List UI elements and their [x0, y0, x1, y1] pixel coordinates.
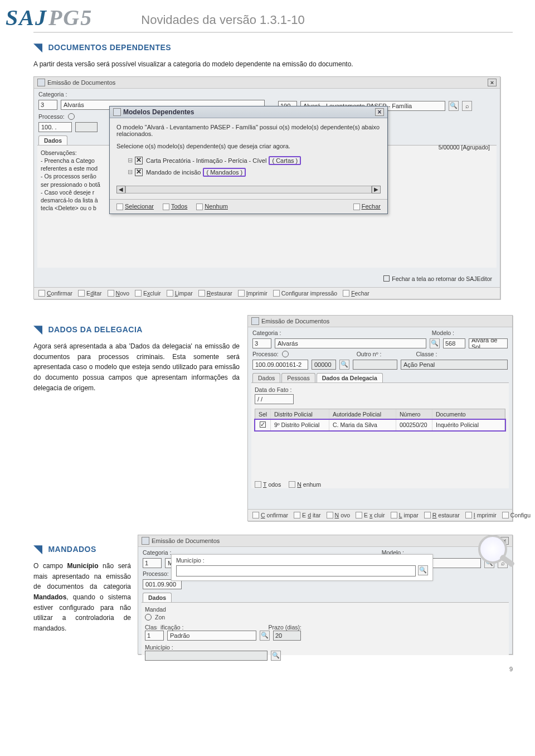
- search-icon[interactable]: 🔍: [449, 101, 459, 111]
- processo-sub-input[interactable]: [75, 122, 98, 132]
- dialog-title: Modelos Dependentes: [123, 108, 375, 116]
- modelos-dependentes-dialog: Modelos Dependentes × O modelo "Alvará -…: [109, 106, 388, 214]
- tb-confirmar[interactable]: Confirmar: [252, 512, 288, 518]
- tb-novo[interactable]: Novo: [108, 290, 130, 297]
- categoria-nome-input[interactable]: Alvarás: [275, 338, 426, 348]
- grid-hdr-documento: Documento: [432, 409, 505, 419]
- agrupado-hint: 5/00000 [Agrupado]: [439, 144, 490, 151]
- class-nome-input[interactable]: Padrão: [167, 631, 256, 641]
- tb-limpar[interactable]: Limpar: [391, 512, 419, 518]
- dependent-item-2-category: ( Mandados ): [203, 168, 246, 177]
- dependent-item-2[interactable]: ⊟ Mandado de incisão ( Mandados ): [128, 168, 381, 177]
- section3-title: MANDADOS: [33, 545, 131, 554]
- scroll-right-icon[interactable]: ▶: [372, 186, 381, 193]
- processo-sub-input[interactable]: 00000: [312, 360, 336, 370]
- nenhum-button[interactable]: Nenhum: [289, 481, 321, 488]
- tab-pessoas[interactable]: Pessoas: [281, 373, 315, 382]
- municipio-callout: Município : 🔍: [171, 554, 433, 581]
- checkbox-icon[interactable]: [135, 157, 143, 164]
- categoria-label: Categoria :: [252, 329, 281, 336]
- processo-label: Processo:: [143, 570, 169, 577]
- dialog-close-icon[interactable]: ×: [375, 108, 384, 116]
- screenshot-emissao-documentos-1: Emissão de Documentos × Categoria : 3 Al…: [33, 76, 500, 299]
- grid-hdr-sel: Sel: [255, 409, 271, 419]
- tb-restaurar[interactable]: Restaurar: [198, 290, 232, 297]
- outro-label: Outro nº :: [357, 351, 382, 357]
- tb-limpar[interactable]: Limpar: [167, 290, 193, 297]
- close-icon[interactable]: ×: [488, 79, 497, 86]
- window-title: Emissão de Documentos: [152, 537, 500, 544]
- close-on-return-checkbox[interactable]: [383, 275, 390, 282]
- search-icon[interactable]: 🔍: [418, 565, 428, 575]
- tab-dados[interactable]: Dados: [143, 593, 172, 602]
- outro-num-input[interactable]: [353, 360, 397, 370]
- grid-hdr-distrito: Distrito Policial: [271, 409, 329, 419]
- tb-config-impressao[interactable]: Configu: [502, 512, 531, 518]
- radio-icon[interactable]: [145, 614, 152, 621]
- modelo-num-input[interactable]: 568: [443, 338, 465, 348]
- arrow-icon: [33, 43, 42, 52]
- callout-input[interactable]: [176, 565, 416, 576]
- view-icon[interactable]: ⌕: [462, 101, 472, 111]
- tb-editar[interactable]: Editar: [78, 290, 101, 297]
- categoria-label: Categoria :: [143, 549, 171, 556]
- window-title: Emissão de Documentos: [261, 318, 509, 324]
- search-icon[interactable]: 🔍: [339, 360, 349, 370]
- fechar-button[interactable]: Fechar: [353, 203, 381, 210]
- todos-button[interactable]: Todos: [255, 481, 281, 488]
- tb-imprimir[interactable]: Imprimir: [465, 512, 497, 518]
- municipio-label: Município :: [145, 644, 505, 651]
- tb-excluir[interactable]: Excluir: [135, 290, 161, 297]
- section2-title-text: DADOS DA DELEGACIA: [48, 325, 143, 334]
- prazo-label: Prazo (dias):: [268, 624, 301, 631]
- tb-fechar[interactable]: Fechar: [343, 290, 369, 297]
- header-divider: [33, 32, 513, 33]
- zona-label: Zon: [155, 614, 165, 621]
- municipio-input[interactable]: [145, 651, 268, 661]
- nenhum-button[interactable]: Nenhum: [196, 203, 228, 210]
- tb-excluir[interactable]: Excluir: [356, 512, 385, 518]
- dependent-item-1-category: ( Cartas ): [269, 156, 301, 165]
- tab-dados[interactable]: Dados: [252, 373, 280, 382]
- grid-hdr-autoridade: Autoridade Policial: [329, 409, 396, 419]
- modelo-nome-input[interactable]: Alvará de Sol: [469, 338, 508, 348]
- classe-input[interactable]: Ação Penal: [401, 360, 508, 370]
- processo-num-input[interactable]: 100. .: [38, 122, 72, 132]
- search-icon[interactable]: 🔍: [260, 631, 270, 641]
- categoria-num-input[interactable]: 1: [143, 558, 162, 568]
- categoria-num-input[interactable]: 3: [252, 338, 271, 348]
- tb-novo[interactable]: Novo: [327, 512, 351, 518]
- tb-editar[interactable]: Editar: [294, 512, 320, 518]
- arrow-icon: [33, 545, 42, 554]
- prazo-input[interactable]: 20: [273, 631, 301, 641]
- processo-label: Processo:: [252, 351, 279, 357]
- class-num-input[interactable]: 1: [145, 631, 164, 641]
- select-button[interactable]: SSelecionarelecionar: [116, 203, 154, 210]
- tb-restaurar[interactable]: Restaurar: [424, 512, 460, 518]
- grid-row-1[interactable]: 9º Distrito Policial C. Maria da Silva 0…: [255, 420, 505, 430]
- dependent-item-2-label: Mandado de incisão: [146, 169, 201, 176]
- processo-val-input[interactable]: 100.09.000161-2: [252, 360, 308, 370]
- tb-config-impressao[interactable]: Configurar impressão: [273, 290, 337, 297]
- dialog-icon: [113, 108, 121, 116]
- categoria-num-input[interactable]: 3: [38, 100, 57, 110]
- checkbox-icon[interactable]: [260, 421, 266, 428]
- classe-label: Classe :: [416, 351, 437, 357]
- tb-imprimir[interactable]: Imprimir: [238, 290, 268, 297]
- scroll-track[interactable]: [125, 186, 372, 193]
- tab-dados-delegacia[interactable]: Dados da Delegacia: [317, 373, 383, 382]
- data-fato-label: Data do Fato :: [255, 386, 505, 393]
- logo-main: SAJ: [6, 4, 47, 31]
- processo-label: Processo:: [38, 113, 65, 120]
- tb-confirmar[interactable]: Confirmar: [38, 290, 72, 297]
- section1-title: DOCUMENTOS DEPENDENTES: [33, 43, 513, 52]
- checkbox-icon[interactable]: [135, 168, 143, 176]
- data-fato-input[interactable]: / /: [255, 394, 294, 404]
- grid-cell-documento: Inquérito Policial: [432, 420, 505, 430]
- scroll-left-icon[interactable]: ◀: [116, 186, 125, 193]
- todos-button[interactable]: Todos: [163, 203, 187, 210]
- search-icon[interactable]: 🔍: [430, 338, 440, 348]
- dependent-item-1[interactable]: ⊟ Carta Precatória - Intimação - Perícia…: [128, 156, 381, 165]
- search-icon[interactable]: 🔍: [271, 651, 281, 661]
- tab-dados[interactable]: Dados: [38, 135, 67, 145]
